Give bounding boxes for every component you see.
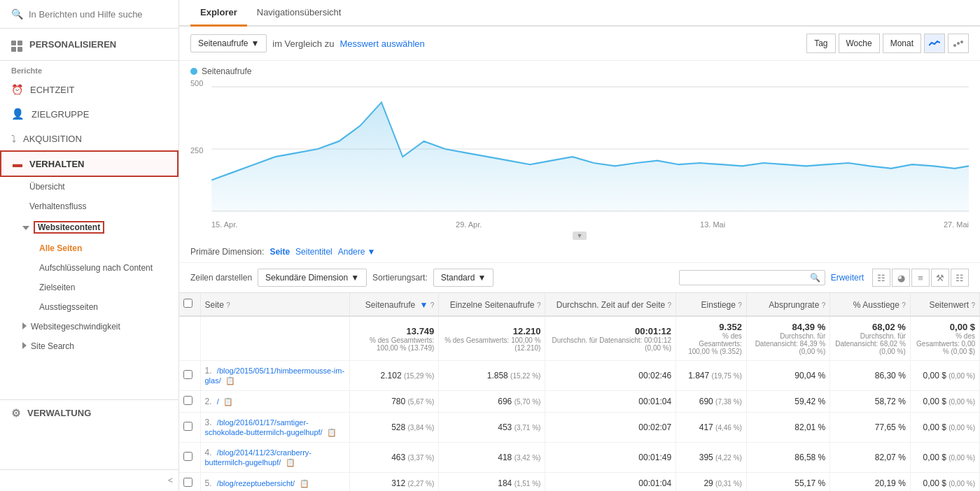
einzelne-help-icon[interactable]: ? [537, 301, 541, 309]
einstiege-help-icon[interactable]: ? [738, 301, 742, 309]
row3-copy-icon[interactable]: 📋 [327, 428, 337, 436]
row5-checkbox-input[interactable] [183, 478, 192, 487]
controls-row: Seitenaufrufe ▼ im Vergleich zu Messwert… [179, 27, 980, 61]
seitenaufrufe-dropdown[interactable]: Seitenaufrufe ▼ [190, 34, 267, 52]
sidebar-expand-site-search[interactable]: Site Search [0, 336, 178, 356]
sidebar-sub-aufschluesselung[interactable]: Aufschlüsselung nach Content [0, 258, 178, 278]
row4-einstiege: 395 (4,22 %) [676, 443, 747, 473]
dimension-seite-link[interactable]: Seite [270, 247, 290, 257]
time-range-controls: Tag Woche Monat [806, 34, 969, 53]
absprung-help-icon[interactable]: ? [822, 301, 826, 309]
messwert-link[interactable]: Messwert auswählen [340, 38, 424, 49]
svg-point-1 [957, 42, 960, 45]
ausstiege-help-icon[interactable]: ? [902, 301, 906, 309]
sidebar-item-verhalten[interactable]: ▬ VERHALTEN [0, 150, 178, 177]
select-all-checkbox[interactable] [183, 299, 192, 308]
row1-zeit: 00:02:46 [545, 361, 676, 391]
row5-copy-icon[interactable]: 📋 [300, 479, 309, 488]
table-search-bar[interactable]: 🔍 [679, 270, 825, 285]
summary-row: 13.749 % des Gesamtwerts: 100,00 % (13.7… [179, 316, 980, 361]
sidebar-item-zielgruppe[interactable]: 👤 ZIELGRUPPE [0, 101, 178, 127]
sidebar-item-akquisition[interactable]: ⤵ AKQUISITION [0, 127, 178, 150]
row1-ausstiege: 86,30 % [830, 361, 911, 391]
erweitert-link[interactable]: Erweitert [831, 273, 864, 283]
sidebar-sub-alle-seiten[interactable]: Alle Seiten [0, 239, 178, 258]
row1-copy-icon[interactable]: 📋 [225, 376, 235, 385]
sidebar-verwaltung[interactable]: ⚙ VERWALTUNG [0, 399, 178, 427]
row4-copy-icon[interactable]: 📋 [286, 458, 295, 467]
dimension-seitentitel-link[interactable]: Seitentitel [295, 247, 332, 257]
seitenwert-help-icon[interactable]: ? [971, 301, 975, 309]
table-row: 3. /blog/2016/01/17/samtiger-schokolade-… [179, 413, 980, 443]
row4-checkbox-input[interactable] [183, 452, 192, 461]
sidebar-expand-websitecontent[interactable]: Websitecontent [0, 216, 178, 239]
standard-dropdown[interactable]: Standard ▼ [433, 269, 494, 287]
sidebar-sub-verhaltensfluss[interactable]: Verhaltensfluss [0, 197, 178, 216]
sidebar-collapse-btn[interactable]: < [0, 469, 178, 491]
row1-checkbox-input[interactable] [183, 370, 192, 379]
filter-view-btn[interactable]: ⚒ [931, 269, 949, 287]
zeilen-label: Zeilen darstellen [190, 273, 252, 283]
sidebar: 🔍 PERSONALISIEREN Berichte ⏰ ECHTZEIT 👤 … [0, 0, 179, 491]
row1-checkbox [179, 361, 200, 391]
berichte-section-label: Berichte [0, 61, 178, 78]
grid-icon [11, 37, 22, 52]
row1-einzelne-val: 1.858 [487, 371, 508, 380]
chart-area: Seitenaufrufe 500 250 [179, 61, 980, 241]
scroll-arrow-icon: ▼ [573, 232, 587, 240]
row5-seitenwert: 0,00 $ (0,00 %) [910, 473, 979, 492]
line-chart-btn[interactable] [924, 34, 945, 53]
summary-seitenaufrufe-sub: % des Gesamtwerts: 100,00 % (13.749) [354, 336, 434, 352]
summary-einstiege-val: 9.352 [719, 322, 742, 332]
pie-view-btn[interactable]: ◕ [892, 269, 910, 287]
row5-seite-link[interactable]: /blog/rezeptuebersicht/ [217, 479, 295, 488]
summary-seitenaufrufe-val: 13.749 [407, 326, 435, 336]
row3-seite-link[interactable]: /blog/2016/01/17/samtiger-schokolade-but… [205, 418, 323, 436]
zeit-help-icon[interactable]: ? [668, 301, 672, 309]
summary-einzelne-cell: 12.210 % des Gesamtwerts: 100,00 % (12.2… [439, 316, 545, 361]
table-search-input[interactable] [684, 273, 810, 283]
row1-einzelne-pct: (15,22 %) [510, 372, 540, 380]
row2-checkbox-input[interactable] [183, 396, 192, 405]
tab-explorer[interactable]: Explorer [190, 0, 247, 27]
sidebar-sub-ausstiegsseiten[interactable]: Ausstiegsseiten [0, 297, 178, 317]
row2-copy-icon[interactable]: 📋 [223, 397, 233, 406]
sidebar-search-bar[interactable]: 🔍 [0, 0, 178, 29]
standard-arrow-icon: ▼ [477, 273, 486, 283]
seitenaufrufe-help-icon[interactable]: ? [430, 301, 435, 309]
monat-btn[interactable]: Monat [883, 34, 921, 53]
summary-einstiege-cell: 9.352 % des Gesamtwerts: 100,00 % (9.352… [676, 316, 747, 361]
row4-seite-link[interactable]: /blog/2014/11/23/cranberry-buttermilch-g… [205, 448, 312, 467]
row2-seite-link[interactable]: / [217, 397, 219, 406]
chart-container: 500 250 [190, 79, 969, 219]
row3-checkbox-input[interactable] [183, 422, 192, 431]
sidebar-sub-ubersicht[interactable]: Übersicht [0, 177, 178, 197]
tag-btn[interactable]: Tag [806, 34, 835, 53]
collapse-icon: < [168, 476, 173, 485]
sidebar-expand-websitegeschwindigkeit[interactable]: Websitegeschwindigkeit [0, 317, 178, 336]
table-view-btn[interactable]: ☷ [872, 269, 890, 287]
search-input[interactable] [29, 9, 167, 20]
sidebar-item-echtzeit[interactable]: ⏰ ECHTZEIT [0, 78, 178, 101]
dot-chart-btn[interactable] [948, 34, 969, 53]
chart-legend: Seitenaufrufe [190, 66, 969, 76]
sekundare-dimension-dropdown[interactable]: Sekundäre Dimension ▼ [258, 269, 367, 287]
seite-help-icon[interactable]: ? [226, 301, 230, 309]
woche-btn[interactable]: Woche [839, 34, 880, 53]
gear-icon: ⚙ [11, 407, 20, 420]
clock-icon: ⏰ [11, 84, 23, 95]
summary-absprung-cell: 84,39 % Durchschn. für Datenansicht: 84,… [746, 316, 830, 361]
verwaltung-label: VERWALTUNG [27, 408, 91, 418]
sidebar-personalisieren[interactable]: PERSONALISIEREN [0, 29, 178, 61]
grid-view-btn[interactable]: ☷ [951, 269, 969, 287]
sidebar-sub-zielseiten[interactable]: Zielseiten [0, 278, 178, 297]
row1-einzelne: 1.858 (15,22 %) [439, 361, 545, 391]
summary-seite-cell [200, 316, 350, 361]
bar-view-btn[interactable]: ≡ [911, 269, 930, 287]
summary-zeit-sub: Durchschn. für Datenansicht: 00:01:12 (0… [550, 336, 671, 352]
tab-navigationsubersicht[interactable]: Navigationsübersicht [247, 0, 351, 27]
row1-seitenaufrufe: 2.102 (15,29 %) [350, 361, 439, 391]
dimension-andere-dropdown[interactable]: Andere ▼ [338, 247, 376, 257]
im-vergleich-zu-label: im Vergleich zu [272, 38, 334, 49]
scroll-indicator[interactable]: ▼ [190, 229, 969, 241]
